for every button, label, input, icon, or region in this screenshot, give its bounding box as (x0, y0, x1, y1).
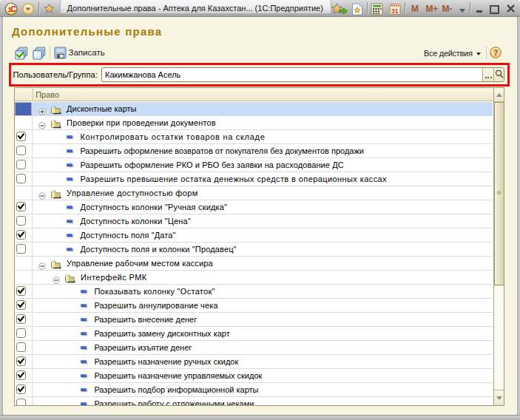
svg-text:C: C (10, 5, 16, 13)
svg-text:31: 31 (391, 7, 399, 14)
svg-text:?: ? (493, 48, 498, 57)
